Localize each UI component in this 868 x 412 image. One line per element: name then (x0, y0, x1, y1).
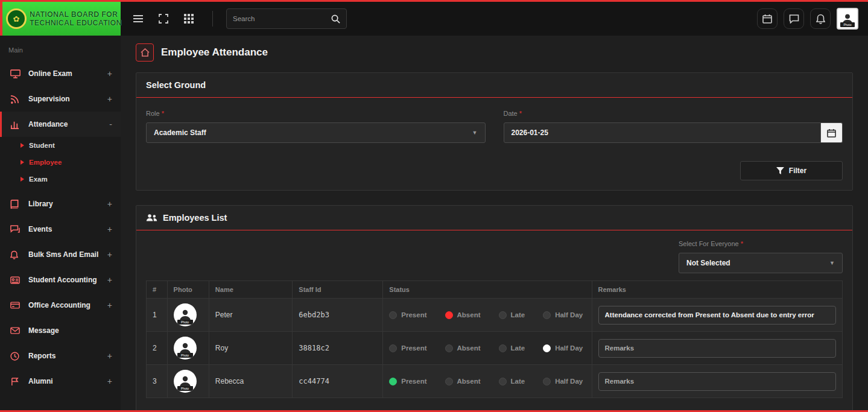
sidebar-section-label: Main (0, 40, 121, 61)
select-ground-header: Select Ground (136, 73, 852, 98)
radio-absent[interactable]: Absent (445, 311, 481, 319)
employees-list-card: Employees List Select For Everyone * Not… (136, 205, 853, 410)
sidebar-item-label: Events (28, 225, 52, 233)
brand-emblem-icon: ✿ (6, 8, 27, 29)
sidebar-item-message[interactable]: Message (0, 318, 121, 343)
status-radio-group: Present Absent Late Half Day (389, 344, 585, 352)
radio-half-day[interactable]: Half Day (543, 311, 583, 319)
sidebar-item-label: Reports (28, 352, 55, 360)
book-icon (10, 199, 21, 209)
employee-photo-avatar: Photo (174, 370, 197, 393)
table-header-row: # Photo Name Staff Id Status Remarks (147, 281, 843, 299)
chevron-down-icon: ▼ (472, 130, 478, 136)
sidebar: Main Online Exam + Supervision + Attenda… (0, 36, 121, 410)
submenu-item-label: Exam (29, 176, 48, 183)
header-photo: Photo (167, 281, 209, 299)
sidebar-item-library[interactable]: Library + (0, 191, 121, 217)
expander-plus: + (107, 94, 112, 104)
home-icon[interactable] (136, 43, 154, 62)
expander-minus: - (109, 119, 112, 129)
fullscreen-icon[interactable] (153, 8, 174, 29)
sidebar-item-label: Bulk Sms And Email (28, 250, 98, 259)
header-name: Name (209, 281, 292, 299)
filter-button[interactable]: Filter (740, 161, 843, 180)
employee-photo-avatar: Photo (174, 303, 197, 326)
sidebar-item-reports[interactable]: Reports + (0, 343, 121, 369)
role-field: Role * Academic Staff ▼ (146, 110, 486, 143)
radio-late[interactable]: Late (499, 311, 525, 319)
header-remarks: Remarks (592, 281, 842, 299)
row-index: 3 (147, 365, 168, 398)
sidebar-item-student-accounting[interactable]: Student Accounting + (0, 267, 121, 293)
sidebar-item-bulk-sms-and-email[interactable]: Bulk Sms And Email + (0, 242, 121, 267)
employee-staff-id: 38818c2 (293, 332, 383, 365)
search-box (226, 8, 347, 29)
date-field: Date * 2026-01-25 (504, 110, 843, 143)
sidebar-item-online-exam[interactable]: Online Exam + (0, 61, 121, 86)
rss-icon (10, 94, 21, 104)
submenu-item-student[interactable]: Student (0, 137, 121, 154)
avatar-photo-caption: Photo (840, 22, 855, 27)
radio-present[interactable]: Present (389, 344, 426, 352)
select-for-everyone-label: Select For Everyone * (679, 240, 843, 247)
submenu-item-employee[interactable]: Employee (0, 154, 121, 171)
notifications-bell-icon[interactable] (810, 8, 831, 29)
row-index: 1 (147, 299, 168, 332)
radio-late[interactable]: Late (499, 378, 525, 385)
radio-absent[interactable]: Absent (445, 344, 481, 352)
employees-list-title: Employees List (163, 213, 227, 223)
date-input[interactable]: 2026-01-25 (504, 122, 822, 143)
remarks-input[interactable] (598, 339, 836, 358)
history-clock-icon (10, 351, 21, 361)
calendar-icon[interactable] (757, 8, 778, 29)
sidebar-item-label: Supervision (28, 95, 70, 103)
radio-half-day[interactable]: Half Day (543, 378, 583, 385)
role-select[interactable]: Academic Staff ▼ (146, 122, 486, 143)
sidebar-item-label: Alumni (28, 377, 53, 385)
search-icon[interactable] (331, 14, 340, 24)
remarks-input[interactable] (598, 306, 836, 325)
apps-grid-icon[interactable] (179, 8, 199, 29)
select-for-everyone-select[interactable]: Not Selected ▼ (679, 253, 843, 273)
select-for-everyone-value: Not Selected (686, 259, 730, 267)
chevron-down-icon: ▼ (829, 260, 835, 266)
filter-icon (776, 167, 784, 174)
sidebar-item-office-accounting[interactable]: Office Accounting + (0, 293, 121, 318)
id-card-icon (10, 275, 21, 285)
radio-present[interactable]: Present (389, 311, 426, 319)
photo-caption: Photo (177, 386, 193, 391)
topbar: ✿ NATIONAL BOARD FORTECHNICAL EDUCATION (0, 2, 868, 36)
remarks-input[interactable] (598, 372, 836, 391)
submenu-item-exam[interactable]: Exam (0, 171, 121, 188)
user-avatar[interactable]: Photo (837, 8, 858, 30)
header-staff-id: Staff Id (293, 281, 383, 299)
submenu-item-label: Employee (29, 159, 62, 166)
expander-plus: + (107, 275, 112, 285)
sidebar-item-supervision[interactable]: Supervision + (0, 86, 121, 112)
required-asterisk: * (741, 240, 743, 247)
search-input[interactable] (233, 15, 331, 22)
radio-absent[interactable]: Absent (445, 378, 481, 385)
sidebar-item-label: Online Exam (28, 69, 72, 78)
radio-late[interactable]: Late (499, 344, 525, 352)
sidebar-item-label: Attendance (28, 120, 68, 128)
topbar-divider (212, 11, 213, 27)
sidebar-item-events[interactable]: Events + (0, 217, 121, 242)
expander-plus: + (107, 300, 112, 310)
chat-icon[interactable] (784, 8, 804, 29)
main-content: Employee Attendance Select Ground Role *… (121, 36, 868, 410)
required-asterisk: * (162, 110, 164, 117)
radio-half-day[interactable]: Half Day (543, 344, 583, 352)
sidebar-item-attendance[interactable]: Attendance - (0, 112, 121, 137)
calendar-picker-button[interactable] (821, 122, 843, 143)
triangle-bullet-icon (21, 143, 24, 148)
employee-staff-id: cc44774 (293, 365, 383, 398)
radio-present[interactable]: Present (389, 378, 426, 385)
sidebar-item-alumni[interactable]: Alumni + (0, 369, 121, 394)
date-label: Date * (504, 110, 843, 117)
submenu-item-label: Student (29, 142, 55, 149)
brand-logo[interactable]: ✿ NATIONAL BOARD FORTECHNICAL EDUCATION (0, 2, 121, 36)
header-status: Status (383, 281, 592, 299)
role-select-value: Academic Staff (154, 128, 206, 137)
hamburger-menu-icon[interactable] (128, 8, 148, 29)
